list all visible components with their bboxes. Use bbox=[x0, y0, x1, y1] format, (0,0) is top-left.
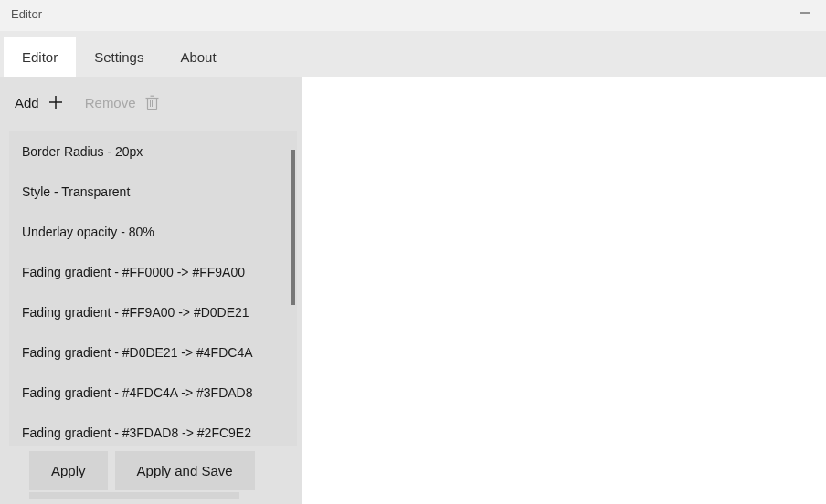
side-panel: Add Remove Border Radius - 20px Style - … bbox=[0, 77, 302, 504]
list-item[interactable]: Border Radius - 20px bbox=[9, 131, 297, 172]
apply-and-save-button[interactable]: Apply and Save bbox=[115, 451, 255, 490]
add-label: Add bbox=[15, 95, 39, 110]
trash-icon bbox=[145, 95, 159, 110]
list-item[interactable]: Fading gradient - #FF9A00 -> #D0DE21 bbox=[9, 292, 297, 332]
apply-button[interactable]: Apply bbox=[29, 451, 108, 490]
partial-button[interactable] bbox=[29, 492, 239, 499]
tab-about[interactable]: About bbox=[162, 37, 234, 77]
tab-editor[interactable]: Editor bbox=[4, 37, 76, 77]
add-button[interactable]: Add bbox=[15, 95, 63, 110]
content-area: Add Remove Border Radius - 20px Style - … bbox=[0, 77, 826, 504]
panel-toolbar: Add Remove bbox=[5, 77, 302, 128]
list-item[interactable]: Underlay opacity - 80% bbox=[9, 212, 297, 252]
scrollbar-thumb[interactable] bbox=[291, 150, 295, 305]
action-button-row: Apply Apply and Save bbox=[5, 449, 302, 490]
property-list-container: Border Radius - 20px Style - Transparent… bbox=[9, 131, 297, 446]
list-item[interactable]: Fading gradient - #D0DE21 -> #4FDC4A bbox=[9, 332, 297, 373]
plus-icon bbox=[48, 95, 63, 110]
list-item[interactable]: Fading gradient - #4FDC4A -> #3FDAD8 bbox=[9, 373, 297, 413]
list-item[interactable]: Style - Transparent bbox=[9, 172, 297, 212]
property-list[interactable]: Border Radius - 20px Style - Transparent… bbox=[9, 131, 297, 446]
remove-button[interactable]: Remove bbox=[85, 95, 159, 110]
main-area bbox=[302, 77, 826, 504]
window-controls bbox=[784, 0, 826, 31]
remove-label: Remove bbox=[85, 95, 136, 110]
list-item[interactable]: Fading gradient - #3FDAD8 -> #2FC9E2 bbox=[9, 413, 297, 446]
secondary-button-row bbox=[5, 490, 302, 499]
window-title: Editor bbox=[11, 0, 42, 21]
list-item[interactable]: Fading gradient - #FF0000 -> #FF9A00 bbox=[9, 252, 297, 292]
minimize-button[interactable] bbox=[784, 0, 826, 26]
title-bar: Editor bbox=[0, 0, 826, 31]
tab-bar: Editor Settings About bbox=[0, 31, 826, 77]
tab-settings[interactable]: Settings bbox=[76, 37, 162, 77]
minimize-icon bbox=[800, 8, 810, 17]
